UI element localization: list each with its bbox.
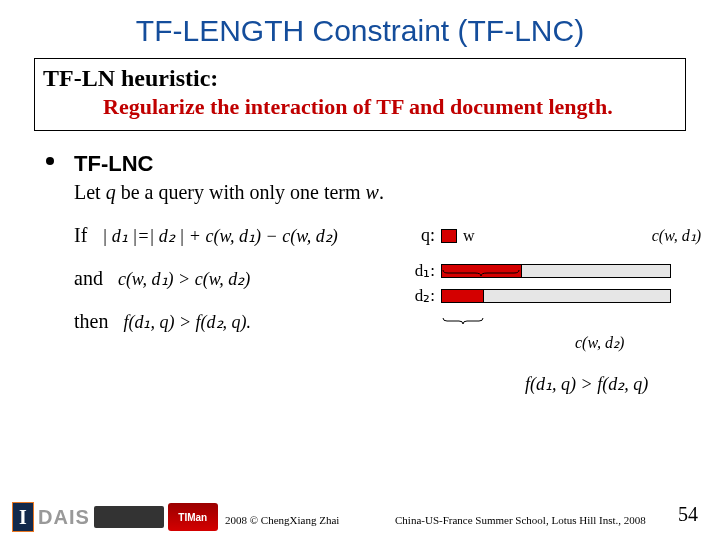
q-label: q: <box>405 225 435 246</box>
d2-label: d₂: <box>405 285 435 306</box>
let-suffix: . <box>379 181 384 203</box>
let-line: Let q be a query with only one term w. <box>46 181 692 204</box>
logo-row: I DAIS TIMan <box>12 502 218 532</box>
let-mid: be a query with only one term <box>116 181 366 203</box>
d1-bar <box>441 264 671 278</box>
slide-title: TF-LENGTH Constraint (TF-LNC) <box>28 14 692 48</box>
w-label: w <box>463 227 475 245</box>
then-formula: f(d₁, q) > f(d₂, q). <box>123 312 251 332</box>
final-inequality: f(d₁, q) > f(d₂, q) <box>525 373 648 395</box>
venue: China-US-France Summer School, Lotus Hil… <box>395 514 646 526</box>
heuristic-name: TF-LN heuristic: <box>43 65 677 92</box>
heuristic-box: TF-LN heuristic: Regularize the interact… <box>34 58 686 131</box>
d1-label: d₁: <box>405 260 435 281</box>
illinois-logo-icon: I <box>12 502 34 532</box>
bullet-icon <box>46 157 54 165</box>
d1-gray-segment <box>522 265 670 277</box>
let-prefix: Let <box>74 181 106 203</box>
footer: I DAIS TIMan 2008 © ChengXiang Zhai Chin… <box>0 492 720 532</box>
let-q: q <box>106 181 116 203</box>
d2-bar <box>441 289 671 303</box>
q-box-icon <box>441 229 457 243</box>
timan-logo-icon: TIMan <box>168 503 218 531</box>
q-row: q: w c(w, d₁) <box>405 225 705 246</box>
page-number: 54 <box>678 503 698 526</box>
if-formula: | d₁ |=| d₂ | + c(w, d₁) − c(w, d₂) <box>102 226 338 246</box>
if-label: If <box>74 224 87 246</box>
then-label: then <box>74 310 108 332</box>
diagram: q: w c(w, d₁) d₁: d₂: c(w, d₂) f(d <box>405 225 705 306</box>
heuristic-desc: Regularize the interaction of TF and doc… <box>43 94 677 120</box>
section-label: TF-LNC <box>46 151 692 177</box>
cw1-label: c(w, d₁) <box>652 226 701 245</box>
dais-box-icon <box>94 506 164 528</box>
d2-row: d₂: <box>405 285 705 306</box>
d1-red-segment <box>442 265 522 277</box>
d2-gray-segment <box>484 290 670 302</box>
dais-logo: DAIS <box>38 506 90 529</box>
and-formula: c(w, d₁) > c(w, d₂) <box>118 269 250 289</box>
then-line: then f(d₁, q) > f(d₂, q). <box>46 310 692 333</box>
copyright: 2008 © ChengXiang Zhai <box>225 514 339 526</box>
d1-row: d₁: <box>405 260 705 281</box>
slide: TF-LENGTH Constraint (TF-LNC) TF-LN heur… <box>0 0 720 540</box>
let-w: w <box>366 181 379 203</box>
and-label: and <box>74 267 103 289</box>
d2-red-segment <box>442 290 484 302</box>
cw2-label: c(w, d₂) <box>575 333 624 352</box>
